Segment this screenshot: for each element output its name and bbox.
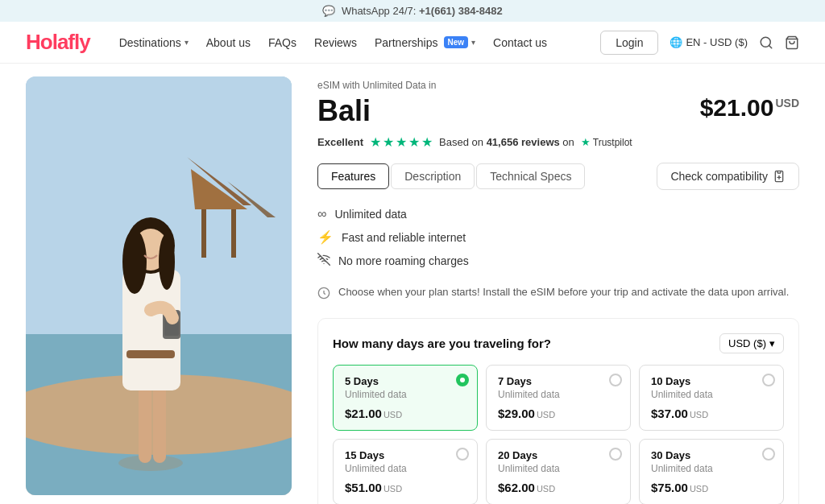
plan-price-10: $37.00USD (651, 407, 772, 420)
plan-10-days[interactable]: 10 Days Unlimited data $37.00USD (639, 365, 784, 431)
plan-radio-5 (456, 374, 469, 386)
nav-about[interactable]: About us (206, 36, 251, 49)
svg-line-1 (769, 45, 771, 48)
login-button[interactable]: Login (600, 31, 658, 55)
features-list: ∞ Unlimited data ⚡ Fast and reliable int… (317, 203, 799, 273)
duration-section: How many days are you traveling for? USD… (317, 318, 799, 504)
check-compatibility-button[interactable]: Check compatibility (657, 163, 799, 190)
svg-rect-8 (201, 209, 206, 258)
tabs-row: Features Description Technical Specs Che… (317, 163, 799, 190)
star-4: ★ (408, 134, 420, 150)
product-title: Bali (317, 94, 371, 128)
chevron-down-icon-3: ▾ (769, 337, 775, 349)
product-info: eSIM with Unlimited Data in Bali $21.00U… (317, 76, 799, 504)
feature-unlimited-data: ∞ Unlimited data (317, 203, 799, 225)
svg-rect-12 (139, 382, 151, 463)
svg-point-19 (159, 233, 175, 290)
plan-price-7: $29.00USD (498, 407, 619, 420)
announcement-text: WhatsApp 24/7: (342, 5, 417, 17)
language-selector[interactable]: 🌐 EN - USD ($) (670, 36, 748, 48)
plan-radio-20 (609, 448, 622, 461)
star-rating: ★ ★ ★ ★ ★ (370, 134, 433, 150)
tab-technical[interactable]: Technical Specs (476, 163, 585, 189)
plan-radio-10 (762, 374, 775, 386)
nav-reviews[interactable]: Reviews (314, 36, 357, 49)
currency-selector[interactable]: USD ($) ▾ (719, 333, 784, 353)
new-badge: New (444, 36, 469, 48)
star-1: ★ (370, 134, 381, 150)
feature-fast-internet: ⚡ Fast and reliable internet (317, 225, 799, 249)
nav-faqs[interactable]: FAQs (268, 36, 296, 49)
nav-destinations[interactable]: Destinations ▾ (119, 36, 189, 49)
whatsapp-phone-link[interactable]: +1(661) 384-8482 (419, 5, 503, 17)
search-button[interactable] (759, 35, 773, 50)
announcement-bar: 💬 WhatsApp 24/7: +1(661) 384-8482 (0, 0, 825, 22)
plan-radio-15 (456, 448, 469, 461)
tabs: Features Description Technical Specs (317, 163, 585, 189)
duration-header: How many days are you traveling for? USD… (333, 333, 784, 353)
nav: Destinations ▾ About us FAQs Reviews Par… (119, 36, 578, 49)
plan-price-15: $51.00USD (345, 481, 466, 494)
plan-20-days[interactable]: 20 Days Unlimited data $62.00USD (486, 439, 631, 504)
product-image (26, 76, 292, 495)
whatsapp-icon: 💬 (322, 5, 335, 17)
plan-radio-7 (609, 374, 622, 386)
clipboard-icon (773, 170, 786, 183)
header: Holafly Destinations ▾ About us FAQs Rev… (0, 22, 825, 64)
info-icon (317, 287, 330, 302)
logo[interactable]: Holafly (26, 30, 90, 55)
plans-grid: 5 Days Unlimited data $21.00USD 7 Days U… (333, 365, 784, 504)
tab-description[interactable]: Description (391, 163, 475, 189)
plan-price-30: $75.00USD (651, 481, 772, 494)
product-subtitle: eSIM with Unlimited Data in (317, 80, 799, 91)
plan-30-days[interactable]: 30 Days Unlimited data $75.00USD (639, 439, 784, 504)
product-price: $21.00USD (700, 94, 799, 122)
duration-title: How many days are you traveling for? (333, 337, 551, 350)
no-roaming-icon (317, 253, 330, 269)
svg-rect-22 (777, 171, 781, 173)
chevron-down-icon: ▾ (184, 38, 189, 47)
feature-no-roaming: No more roaming charges (317, 249, 799, 273)
plan-price-5: $21.00USD (345, 407, 466, 420)
main-content: eSIM with Unlimited Data in Bali $21.00U… (0, 64, 825, 504)
rating-row: Excellent ★ ★ ★ ★ ★ Based on 41,656 revi… (317, 134, 799, 150)
header-actions: Login 🌐 EN - USD ($) (600, 31, 799, 55)
plan-5-days[interactable]: 5 Days Unlimited data $21.00USD (333, 365, 478, 431)
product-title-row: Bali $21.00USD (317, 94, 799, 128)
svg-rect-15 (126, 350, 175, 358)
chevron-down-icon-2: ▾ (471, 38, 475, 47)
rating-label: Excellent (317, 136, 363, 148)
infinity-icon: ∞ (317, 207, 326, 221)
plan-price-20: $62.00USD (498, 481, 619, 494)
reviews-link[interactable]: 41,656 reviews (487, 136, 560, 148)
star-3: ★ (396, 134, 407, 150)
reviews-text: Based on 41,656 reviews on (439, 136, 574, 148)
nav-partnerships[interactable]: Partnerships New ▾ (375, 36, 475, 49)
svg-rect-13 (153, 382, 166, 463)
tab-features[interactable]: Features (317, 163, 389, 189)
star-5: ★ (421, 134, 433, 150)
nav-contact[interactable]: Contact us (493, 36, 547, 49)
star-2: ★ (383, 134, 394, 150)
globe-icon: 🌐 (670, 36, 682, 48)
info-note: Choose when your plan starts! Install th… (317, 284, 799, 304)
plan-15-days[interactable]: 15 Days Unlimited data $51.00USD (333, 439, 478, 504)
svg-point-18 (122, 229, 147, 294)
plan-radio-30 (762, 448, 775, 461)
lightning-icon: ⚡ (317, 229, 334, 245)
svg-rect-9 (231, 209, 236, 258)
cart-button[interactable] (785, 35, 799, 50)
plan-7-days[interactable]: 7 Days Unlimited data $29.00USD (486, 365, 631, 431)
trustpilot-logo: ★ Trustpilot (581, 136, 632, 148)
